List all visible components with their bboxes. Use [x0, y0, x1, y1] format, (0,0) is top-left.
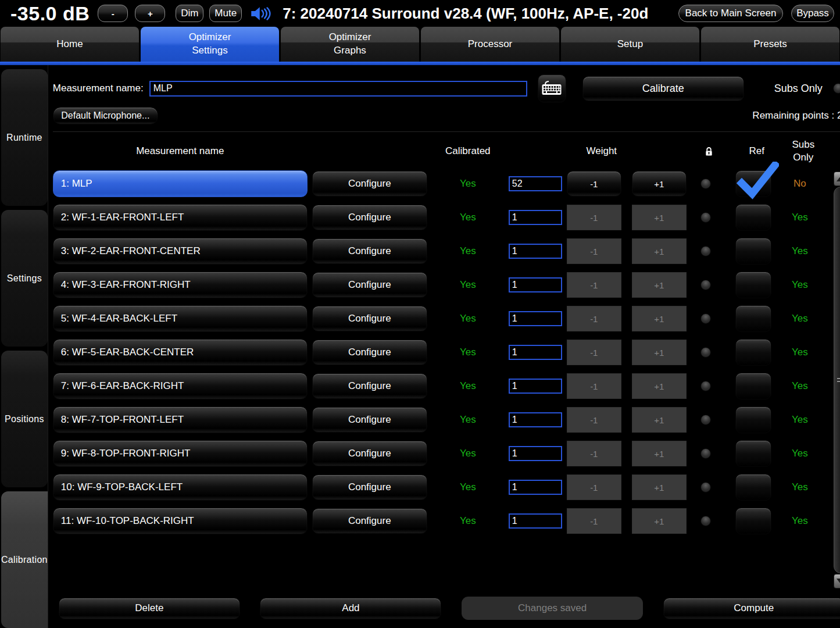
configure-button[interactable]: Configure — [312, 238, 427, 264]
measurement-name-button[interactable]: 6: WF-5-EAR-BACK-CENTER — [53, 339, 308, 366]
weight-plus-button[interactable]: +1 — [632, 340, 687, 365]
weight-minus-button[interactable]: -1 — [567, 373, 621, 399]
weight-input[interactable] — [509, 345, 562, 360]
weight-minus-button[interactable]: -1 — [567, 474, 621, 500]
weight-minus-button[interactable]: -1 — [567, 508, 621, 534]
weight-minus-button[interactable]: -1 — [567, 340, 621, 365]
lock-radio[interactable] — [700, 179, 711, 189]
calibrate-button[interactable]: Calibrate — [582, 76, 744, 101]
weight-input[interactable] — [509, 176, 562, 191]
configure-button[interactable]: Configure — [312, 340, 427, 365]
measurement-name-button[interactable]: 11: WF-10-TOP-BACK-RIGHT — [53, 508, 308, 534]
weight-plus-button[interactable]: +1 — [632, 441, 687, 466]
configure-button[interactable]: Configure — [312, 373, 427, 399]
weight-input[interactable] — [509, 379, 562, 394]
dim-button[interactable]: Dim — [176, 5, 203, 22]
lock-radio[interactable] — [700, 212, 711, 223]
weight-plus-button[interactable]: +1 — [632, 407, 687, 433]
scroll-down-button[interactable] — [834, 574, 840, 588]
lock-radio[interactable] — [700, 347, 711, 358]
ref-checkbox[interactable] — [735, 339, 771, 366]
weight-minus-button[interactable]: -1 — [567, 441, 621, 466]
configure-button[interactable]: Configure — [312, 474, 427, 500]
configure-button[interactable]: Configure — [312, 205, 427, 230]
measurement-name-button[interactable]: 7: WF-6-EAR-BACK-RIGHT — [53, 373, 308, 399]
weight-plus-button[interactable]: +1 — [632, 171, 687, 197]
tab-optimizer-settings[interactable]: Optimizer Settings — [141, 27, 279, 62]
measurement-name-button[interactable]: 8: WF-7-TOP-FRONT-LEFT — [53, 406, 308, 433]
lock-radio[interactable] — [700, 246, 711, 256]
weight-minus-button[interactable]: -1 — [567, 238, 621, 264]
mute-button[interactable]: Mute — [209, 5, 242, 22]
keyboard-button[interactable] — [538, 74, 566, 102]
default-microphone-button[interactable]: Default Microphone... — [53, 107, 158, 124]
measurement-name-input[interactable] — [149, 81, 527, 97]
sidebar-item-runtime[interactable]: Runtime — [1, 69, 48, 206]
lock-radio[interactable] — [700, 313, 711, 324]
measurement-name-button[interactable]: 3: WF-2-EAR-FRONT-CENTER — [53, 238, 308, 265]
volume-down-button[interactable]: - — [98, 5, 128, 22]
measurement-name-button[interactable]: 5: WF-4-EAR-BACK-LEFT — [53, 305, 308, 332]
measurement-name-button[interactable]: 10: WF-9-TOP-BACK-LEFT — [53, 474, 308, 501]
sidebar-item-calibration[interactable]: Calibration — [1, 491, 48, 628]
delete-button[interactable]: Delete — [59, 598, 240, 619]
ref-checkbox[interactable] — [735, 373, 771, 399]
weight-input[interactable] — [509, 277, 562, 292]
weight-input[interactable] — [509, 513, 562, 529]
weight-input[interactable] — [509, 446, 562, 461]
weight-plus-button[interactable]: +1 — [632, 474, 687, 500]
weight-minus-button[interactable]: -1 — [567, 272, 621, 298]
configure-button[interactable]: Configure — [312, 441, 427, 466]
weight-minus-button[interactable]: -1 — [567, 171, 621, 197]
weight-input[interactable] — [509, 311, 562, 326]
ref-checkbox[interactable] — [735, 238, 771, 265]
configure-button[interactable]: Configure — [312, 272, 427, 298]
add-button[interactable]: Add — [260, 598, 441, 619]
ref-checkbox[interactable] — [735, 474, 771, 501]
ref-checkbox[interactable] — [735, 305, 771, 332]
ref-checkbox[interactable] — [735, 204, 771, 231]
tab-processor[interactable]: Processor — [421, 27, 559, 62]
ref-checkbox[interactable] — [735, 406, 771, 433]
lock-radio[interactable] — [700, 516, 711, 526]
scroll-up-button[interactable] — [834, 172, 840, 186]
lock-radio[interactable] — [700, 448, 711, 459]
scrollbar-thumb[interactable] — [834, 187, 840, 573]
sidebar-item-positions[interactable]: Positions — [1, 351, 48, 487]
ref-checkbox[interactable] — [735, 440, 771, 467]
configure-button[interactable]: Configure — [312, 171, 427, 197]
back-to-main-screen-button[interactable]: Back to Main Screen — [678, 5, 783, 22]
tab-home[interactable]: Home — [1, 27, 139, 62]
bypass-button[interactable]: Bypass — [791, 5, 834, 22]
weight-input[interactable] — [509, 244, 562, 259]
weight-minus-button[interactable]: -1 — [567, 407, 621, 433]
weight-input[interactable] — [509, 412, 562, 427]
lock-radio[interactable] — [700, 482, 711, 493]
measurement-name-button[interactable]: 2: WF-1-EAR-FRONT-LEFT — [53, 204, 308, 231]
weight-plus-button[interactable]: +1 — [632, 306, 687, 331]
lock-radio[interactable] — [700, 381, 711, 391]
measurement-name-button[interactable]: 1: MLP — [53, 170, 308, 197]
lock-radio[interactable] — [700, 415, 711, 425]
weight-input[interactable] — [509, 210, 562, 225]
weight-plus-button[interactable]: +1 — [632, 373, 687, 399]
weight-plus-button[interactable]: +1 — [632, 272, 687, 298]
ref-checkbox[interactable] — [735, 170, 771, 197]
configure-button[interactable]: Configure — [312, 508, 427, 534]
ref-checkbox[interactable] — [735, 508, 771, 534]
tab-setup[interactable]: Setup — [561, 27, 699, 62]
weight-minus-button[interactable]: -1 — [567, 306, 621, 331]
measurement-name-button[interactable]: 4: WF-3-EAR-FRONT-RIGHT — [53, 272, 308, 298]
subs-only-toggle[interactable] — [833, 83, 840, 94]
weight-minus-button[interactable]: -1 — [567, 205, 621, 230]
ref-checkbox[interactable] — [735, 272, 771, 298]
tab-optimizer-graphs[interactable]: Optimizer Graphs — [281, 27, 419, 62]
weight-plus-button[interactable]: +1 — [632, 238, 687, 264]
volume-up-button[interactable]: + — [135, 5, 165, 22]
measurement-name-button[interactable]: 9: WF-8-TOP-FRONT-RIGHT — [53, 440, 308, 467]
configure-button[interactable]: Configure — [312, 306, 427, 331]
sidebar-item-settings[interactable]: Settings — [1, 210, 48, 347]
compute-button[interactable]: Compute — [663, 598, 840, 619]
weight-plus-button[interactable]: +1 — [632, 205, 687, 230]
weight-plus-button[interactable]: +1 — [632, 508, 687, 534]
